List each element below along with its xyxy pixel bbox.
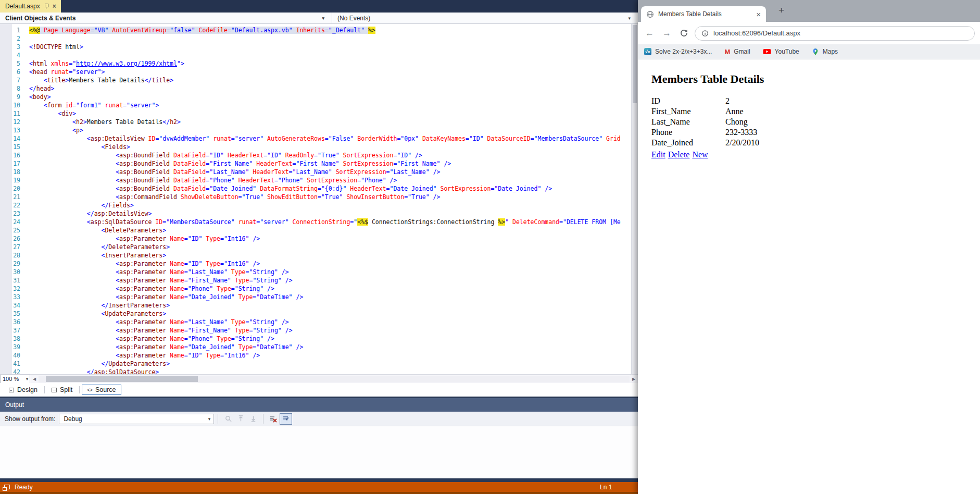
code-line[interactable]: 36 <asp:Parameter Name="Last_Name" Type=…: [0, 318, 621, 326]
next-message-icon[interactable]: [247, 413, 259, 425]
view-tab-label: Design: [17, 386, 37, 393]
code-line[interactable]: 27 </DeleteParameters>: [0, 243, 621, 251]
code-line[interactable]: 33 <asp:Parameter Name="Date_Joined" Typ…: [0, 293, 621, 301]
horizontal-scroll-thumb[interactable]: [46, 376, 198, 382]
edit-link[interactable]: Edit: [651, 150, 665, 159]
code-line[interactable]: 11 <div>: [0, 109, 621, 118]
output-source-dropdown[interactable]: Debug ▾: [59, 414, 214, 424]
chevron-down-icon: ▾: [322, 16, 324, 21]
code-line[interactable]: 18 <asp:BoundField DataField="Last_Name"…: [0, 168, 621, 176]
code-line[interactable]: 5<html xmlns="http://www.w3.org/1999/xht…: [0, 59, 621, 68]
view-tab-source[interactable]: <>Source: [82, 385, 121, 395]
code-line[interactable]: 16 <asp:BoundField DataField="ID" Header…: [0, 151, 621, 159]
scroll-left-arrow[interactable]: ◀: [30, 377, 39, 381]
refresh-icon[interactable]: [680, 29, 688, 38]
output-panel-header[interactable]: Output: [0, 398, 638, 412]
code-line[interactable]: 24 <asp:SqlDataSource ID="MembersDataSou…: [0, 218, 621, 226]
code-line[interactable]: 7 <title>Members Table Details</title>: [0, 76, 621, 84]
vertical-scroll-thumb[interactable]: [633, 25, 637, 103]
code-line[interactable]: 17 <asp:BoundField DataField="First_Name…: [0, 159, 621, 168]
tab-close-icon[interactable]: ×: [53, 3, 56, 9]
code-line[interactable]: 37 <asp:Parameter Name="First_Name" Type…: [0, 326, 621, 335]
editor-horizontal-scrollbar[interactable]: [39, 376, 630, 382]
code-line[interactable]: 19 <asp:BoundField DataField="Phone" Hea…: [0, 176, 621, 184]
view-tab-design[interactable]: Design: [4, 385, 42, 394]
code-line[interactable]: 6<head runat="server">: [0, 68, 621, 76]
toggle-word-wrap-icon[interactable]: [280, 413, 292, 425]
code-line[interactable]: 22 </Fields>: [0, 201, 621, 209]
code-line[interactable]: 25 <DeleteParameters>: [0, 226, 621, 234]
previous-message-icon[interactable]: [234, 413, 247, 425]
code-line[interactable]: 34 </InsertParameters>: [0, 301, 621, 310]
events-dropdown[interactable]: (No Events) ▾: [332, 13, 638, 23]
code-editor[interactable]: 1<%@ Page Language="VB" AutoEventWireup=…: [0, 24, 638, 374]
tab-close-icon[interactable]: ×: [756, 10, 761, 18]
code-line[interactable]: 12 <h2>Members Table Details</h2>: [0, 118, 621, 126]
output-source-value: Debug: [64, 415, 82, 423]
code-line[interactable]: 40 <asp:Parameter Name="ID" Type="Int16"…: [0, 351, 621, 360]
code-line[interactable]: 42 </asp:SqlDataSource>: [0, 368, 621, 374]
forward-icon[interactable]: →: [662, 28, 671, 39]
code-line[interactable]: 35 <UpdateParameters>: [0, 310, 621, 318]
code-line[interactable]: 32 <asp:Parameter Name="Phone" Type="Str…: [0, 285, 621, 293]
output-content[interactable]: [0, 426, 638, 478]
find-message-icon[interactable]: [222, 413, 234, 425]
browser-tab-strip: Members Table Details × +: [638, 0, 980, 22]
code-line[interactable]: 2: [0, 34, 621, 43]
code-line[interactable]: 28 <InsertParameters>: [0, 251, 621, 260]
bookmark-item[interactable]: YouTube: [763, 48, 799, 55]
code-line[interactable]: 38 <asp:Parameter Name="Phone" Type="Str…: [0, 335, 621, 343]
new-link[interactable]: New: [692, 150, 708, 159]
pin-icon[interactable]: [44, 4, 48, 9]
gmail-icon: M: [724, 48, 730, 56]
details-table-body: ID2First_NameAnneLast_NameChongPhone232-…: [651, 96, 759, 149]
code-line[interactable]: 8</head>: [0, 84, 621, 93]
code-line[interactable]: 4: [0, 51, 621, 59]
code-line[interactable]: 20 <asp:BoundField DataField="Date_Joine…: [0, 184, 621, 193]
code-lines[interactable]: 1<%@ Page Language="VB" AutoEventWireup=…: [0, 26, 621, 374]
browser-tab-title: Members Table Details: [658, 10, 756, 18]
show-output-from-label: Show output from:: [5, 415, 55, 423]
editor-tab-default-aspx[interactable]: Default.aspx ×: [0, 0, 61, 13]
address-bar[interactable]: localhost:62096/Default.aspx: [695, 26, 975, 41]
maps-icon: [812, 48, 819, 56]
info-icon[interactable]: [701, 30, 709, 37]
code-line[interactable]: 23 </asp:DetailsView>: [0, 209, 621, 218]
view-tab-separator: [79, 386, 80, 393]
code-line[interactable]: 15 <Fields>: [0, 143, 621, 151]
clear-all-output-icon[interactable]: [267, 413, 280, 425]
code-line[interactable]: 10 <form id="form1" runat="server">: [0, 101, 621, 109]
code-line[interactable]: 9<body>: [0, 93, 621, 101]
browser-toolbar: ← → localhost:62096/Default.aspx: [638, 22, 980, 44]
code-line[interactable]: 13 <p>: [0, 126, 621, 134]
code-line[interactable]: 3<!DOCTYPE html>: [0, 43, 621, 51]
code-line[interactable]: 1<%@ Page Language="VB" AutoEventWireup=…: [0, 26, 621, 34]
navigation-bar: Client Objects & Events ▾ (No Events) ▾: [0, 13, 638, 24]
code-line[interactable]: 31 <asp:Parameter Name="First_Name" Type…: [0, 276, 621, 285]
web-page: Members Table Details ID2First_NameAnneL…: [638, 59, 980, 159]
scroll-right-arrow[interactable]: ▶: [630, 377, 638, 381]
code-line[interactable]: 39 <asp:Parameter Name="Date_Joined" Typ…: [0, 343, 621, 351]
view-tab-label: Source: [95, 386, 116, 393]
output-panel: Output Show output from: Debug ▾: [0, 398, 638, 478]
browser-tab[interactable]: Members Table Details ×: [641, 6, 766, 22]
bookmark-item[interactable]: MGmail: [724, 48, 750, 56]
view-tab-split[interactable]: Split: [47, 385, 77, 394]
details-field: ID: [651, 96, 725, 107]
code-line[interactable]: 41 </UpdateParameters>: [0, 360, 621, 368]
status-bar: Ready Ln 1: [0, 478, 638, 494]
events-dropdown-value: (No Events): [337, 15, 370, 22]
back-icon[interactable]: ←: [645, 28, 654, 39]
editor-zoom-dropdown[interactable]: 100 % ▾: [0, 375, 30, 384]
editor-vertical-scrollbar[interactable]: [631, 24, 638, 374]
bookmark-item[interactable]: √xSolve 2x-2/x+3+3x...: [644, 48, 712, 55]
client-objects-dropdown[interactable]: Client Objects & Events ▾: [0, 13, 332, 23]
code-line[interactable]: 30 <asp:Parameter Name="Last_Name" Type=…: [0, 268, 621, 276]
new-tab-button[interactable]: +: [774, 5, 788, 16]
code-line[interactable]: 26 <asp:Parameter Name="ID" Type="Int16"…: [0, 234, 621, 243]
code-line[interactable]: 21 <asp:CommandField ShowDeleteButton="T…: [0, 193, 621, 201]
code-line[interactable]: 14 <asp:DetailsView ID="dvwAddMember" ru…: [0, 134, 621, 143]
bookmark-item[interactable]: Maps: [812, 48, 838, 56]
code-line[interactable]: 29 <asp:Parameter Name="ID" Type="Int16"…: [0, 260, 621, 268]
delete-link[interactable]: Delete: [668, 150, 690, 159]
